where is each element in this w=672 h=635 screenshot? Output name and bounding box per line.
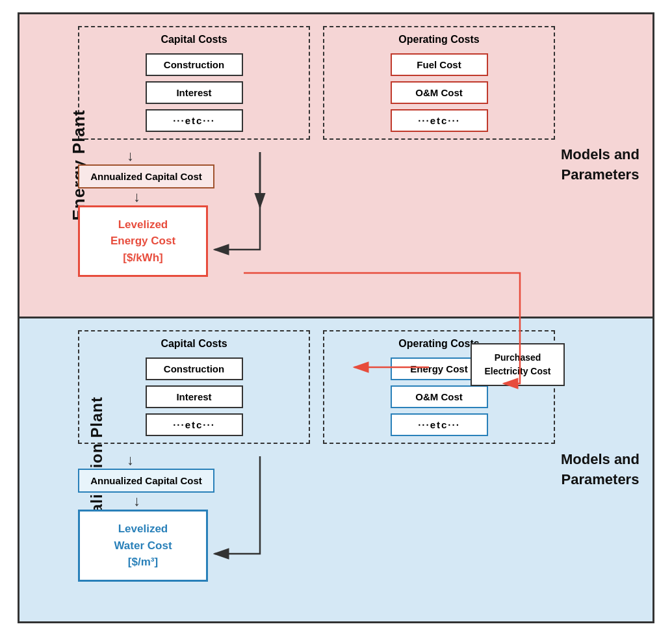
desal-etc-item: ···etc··· — [146, 413, 243, 436]
energy-etc-item: ···etc··· — [146, 109, 243, 132]
desal-models-label: Models and Parameters — [561, 450, 640, 490]
energy-construction-item: Construction — [146, 53, 243, 76]
desal-construction-item: Construction — [146, 357, 243, 380]
energy-down-arrow2: ↓ — [133, 190, 140, 204]
energy-plant-section: Energy Plant Models and Parameters Capit… — [19, 14, 653, 319]
desal-operating-etc-item: ···etc··· — [391, 413, 488, 436]
energy-costs-row: Capital Costs Construction Interest ···e… — [78, 26, 555, 140]
desal-down-arrow: ↓ — [127, 453, 134, 467]
energy-fuel-cost-item: Fuel Cost — [391, 53, 488, 76]
energy-down-arrow: ↓ — [127, 149, 134, 163]
main-diagram: Energy Plant Models and Parameters Capit… — [18, 12, 654, 623]
energy-bottom-flow: ↓ Annualized Capital Cost ↓ Levelized En… — [78, 149, 555, 278]
desal-capital-costs-box: Capital Costs Construction Interest ···e… — [78, 330, 310, 444]
energy-om-cost-item: O&M Cost — [391, 81, 488, 104]
desal-om-cost-item: O&M Cost — [391, 385, 488, 408]
desal-flow-left: ↓ Annualized Capital Cost ↓ Levelized Wa… — [78, 453, 214, 582]
energy-annualized-box: Annualized Capital Cost — [78, 164, 214, 188]
desal-annualized-box: Annualized Capital Cost — [78, 469, 214, 493]
energy-flow-left: ↓ Annualized Capital Cost ↓ Levelized En… — [78, 149, 214, 278]
desal-bottom-flow: ↓ Annualized Capital Cost ↓ Levelized Wa… — [78, 453, 555, 582]
energy-models-label: Models and Parameters — [561, 145, 640, 185]
desalination-plant-section: Desalination Plant Models and Parameters… — [19, 318, 653, 621]
energy-capital-costs-title: Capital Costs — [161, 34, 227, 45]
energy-operating-costs-title: Operating Costs — [398, 34, 479, 45]
energy-operating-costs-box: Operating Costs Fuel Cost O&M Cost ···et… — [323, 26, 555, 140]
energy-levelized-box: Levelized Energy Cost [$/kWh] — [78, 205, 208, 278]
energy-interest-item: Interest — [146, 81, 243, 104]
energy-capital-costs-box: Capital Costs Construction Interest ···e… — [78, 26, 310, 140]
desal-operating-costs-title: Operating Costs — [398, 338, 479, 350]
desal-capital-costs-title: Capital Costs — [161, 338, 227, 350]
energy-content: Capital Costs Construction Interest ···e… — [78, 26, 555, 305]
desal-interest-item: Interest — [146, 385, 243, 408]
desal-levelized-box: Levelized Water Cost [$/m³] — [78, 510, 208, 582]
energy-operating-etc-item: ···etc··· — [391, 109, 488, 132]
desal-down-arrow2: ↓ — [133, 494, 140, 508]
purchased-electricity-box: Purchased Electricity Cost — [471, 343, 565, 386]
